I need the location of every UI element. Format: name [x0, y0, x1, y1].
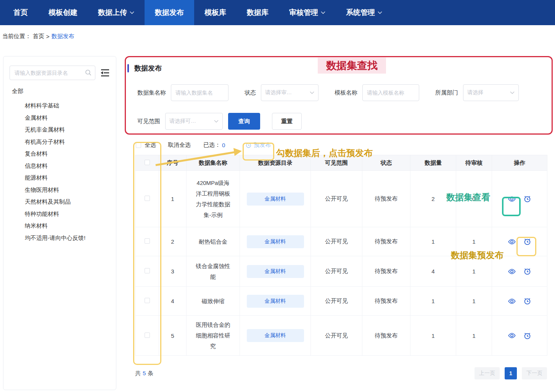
breadcrumb: 当前位置： 首页 > 数据发布	[0, 25, 555, 40]
row-checkbox[interactable]	[145, 333, 150, 338]
pagination-total: 共5条	[135, 370, 153, 377]
department-select[interactable]: 请选择	[463, 84, 519, 101]
cell-visibility: 公开可见	[311, 287, 362, 316]
nav-item[interactable]: 数据库	[236, 0, 279, 25]
pagination: 共5条 上一页 1 下一页	[135, 367, 547, 379]
reset-button[interactable]: 重置	[272, 113, 302, 130]
visibility-select[interactable]: 请选择可…	[165, 113, 223, 130]
sidebar-item[interactable]: 均不适用-请向中心反馈!	[25, 232, 110, 244]
selected-count: 0	[222, 142, 225, 148]
template-name-input[interactable]	[362, 84, 419, 101]
prepublish-row-icon[interactable]	[523, 238, 531, 246]
row-checkbox[interactable]	[145, 196, 150, 201]
nav-item-label: 模板创建	[48, 8, 77, 18]
deselect-all-button[interactable]: 取消全选	[168, 141, 191, 149]
nav-item[interactable]: 系统管理	[336, 0, 393, 25]
prepublish-button[interactable]: 预发布	[245, 141, 271, 149]
view-icon[interactable]	[508, 195, 516, 203]
row-checkbox[interactable]	[145, 238, 150, 244]
nav-item[interactable]: 首页	[3, 0, 38, 25]
chevron-down-icon	[130, 11, 134, 14]
nav-item[interactable]: 审核管理	[279, 0, 336, 25]
department-label: 所属部门	[435, 89, 458, 96]
nav-item-label: 首页	[13, 8, 28, 18]
selected-label: 已选：	[203, 141, 220, 149]
nav-item[interactable]: 模板库	[194, 0, 236, 25]
sidebar-item[interactable]: 复合材料	[25, 148, 110, 160]
sidebar-item[interactable]: 信息材料	[25, 160, 110, 172]
sidebar-item[interactable]: 特种功能材料	[25, 208, 110, 220]
cell-visibility: 公开可见	[311, 316, 362, 356]
table-row: 5 医用镁合金的细胞相容性研究 金属材料 公开可见 待预发布 1 1	[135, 316, 547, 356]
sidebar-item[interactable]: 无机非金属材料	[25, 124, 110, 136]
header-pending: 待审核	[456, 155, 492, 171]
row-checkbox[interactable]	[145, 298, 150, 303]
nav-item[interactable]: 数据发布	[145, 0, 194, 25]
catalog-search-input[interactable]	[10, 66, 95, 80]
sidebar-item[interactable]: 金属材料	[25, 112, 110, 124]
annotation-prepublish-hint: 勾数据集后，点击预发布	[276, 147, 373, 159]
prepublish-row-icon[interactable]	[523, 332, 531, 340]
sidebar-item-all[interactable]: 全部	[12, 88, 110, 95]
nav-item[interactable]: 数据上传	[88, 0, 145, 25]
status-label: 状态	[245, 89, 256, 96]
prepublish-row-icon[interactable]	[523, 267, 531, 275]
view-icon[interactable]	[508, 297, 516, 305]
cell-status: 待预发布	[362, 256, 410, 287]
cell-status: 待预发布	[362, 287, 410, 316]
alarm-clock-icon	[245, 142, 252, 148]
nav-item-label: 数据库	[247, 8, 269, 18]
cell-visibility: 公开可见	[311, 227, 362, 256]
nav-item[interactable]: 模板创建	[38, 0, 88, 25]
view-icon[interactable]	[508, 238, 516, 246]
select-all-checkbox[interactable]	[136, 143, 141, 148]
catalog-tag: 金属材料	[247, 193, 304, 206]
breadcrumb-separator: >	[46, 33, 50, 40]
total-count: 5	[143, 370, 146, 376]
breadcrumb-current: 数据发布	[51, 33, 74, 40]
dataset-name-input[interactable]	[171, 84, 228, 101]
cell-no: 5	[159, 316, 187, 356]
current-page-button[interactable]: 1	[505, 367, 517, 379]
row-checkbox[interactable]	[145, 268, 150, 273]
prepublish-button-label: 预发布	[254, 141, 271, 149]
cell-visibility: 公开可见	[311, 171, 362, 227]
catalog-sidebar: 全部 材料科学基础 金属材料 无机非金属材料 有机高分子材料 复合材料 信息材料…	[3, 56, 116, 390]
title-accent-bar	[127, 64, 129, 72]
sidebar-item[interactable]: 能源材料	[25, 172, 110, 184]
nav-item-label: 模板库	[204, 8, 226, 18]
total-prefix: 共	[135, 370, 141, 376]
chevron-down-icon	[214, 120, 219, 123]
nav-item-label: 审核管理	[289, 8, 318, 18]
dataset-name-label: 数据集名称	[137, 89, 166, 96]
prepublish-row-icon[interactable]	[523, 195, 531, 203]
view-icon[interactable]	[508, 331, 516, 340]
catalog-tag: 金属材料	[247, 329, 304, 342]
sidebar-item[interactable]: 天然材料及其制品	[25, 196, 110, 208]
chevron-down-icon	[310, 91, 314, 94]
department-select-placeholder: 请选择	[467, 89, 483, 96]
next-page-button[interactable]: 下一页	[522, 367, 547, 379]
header-checkbox[interactable]	[145, 160, 150, 165]
select-all-label[interactable]: 全选	[145, 141, 156, 149]
sidebar-item[interactable]: 纳米材料	[25, 220, 110, 232]
view-icon[interactable]	[508, 267, 516, 276]
chevron-down-icon	[321, 11, 325, 14]
breadcrumb-home[interactable]: 首页	[33, 33, 44, 40]
cell-data-count: 1	[410, 227, 456, 256]
cell-pending-count: 1	[456, 287, 492, 316]
prepublish-row-icon[interactable]	[523, 297, 531, 305]
cell-pending-count: 1	[456, 316, 492, 356]
sidebar-item[interactable]: 生物医用材料	[25, 184, 110, 196]
header-checkbox-cell	[135, 155, 159, 171]
cell-visibility: 公开可见	[311, 256, 362, 287]
sidebar-item[interactable]: 材料科学基础	[25, 100, 110, 112]
cell-dataset-name: 医用镁合金的细胞相容性研究	[187, 316, 240, 356]
cell-no: 3	[159, 256, 187, 287]
prev-page-button[interactable]: 上一页	[475, 367, 500, 379]
status-select[interactable]: 请选择审…	[261, 84, 319, 101]
query-button[interactable]: 查询	[228, 113, 260, 130]
annotation-prepublish-label: 数据集预发布	[451, 249, 504, 261]
sidebar-item[interactable]: 有机高分子材料	[25, 136, 110, 148]
collapse-menu-icon[interactable]	[100, 68, 110, 77]
